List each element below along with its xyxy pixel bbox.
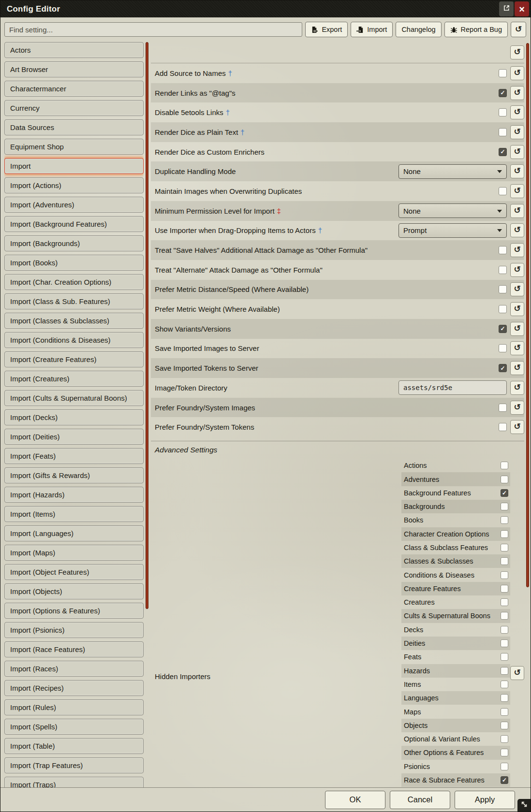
reset-all-button[interactable]: ↺ — [511, 22, 526, 37]
setting-reset-button[interactable]: ↺ — [510, 302, 524, 316]
apply-button[interactable]: Apply — [455, 791, 515, 809]
ok-button[interactable]: OK — [325, 791, 385, 809]
checkbox[interactable] — [499, 404, 507, 412]
checkbox[interactable]: ✓ — [501, 489, 508, 497]
sidebar-item-import-backgrounds[interactable]: Import (Backgrounds) — [4, 235, 144, 251]
checkbox[interactable] — [501, 626, 508, 634]
resize-handle[interactable] — [517, 799, 531, 812]
checkbox[interactable] — [501, 503, 508, 510]
sidebar-item-import-traps[interactable]: Import (Traps) — [4, 777, 144, 787]
setting-text-input[interactable]: assets/srd5e — [398, 380, 507, 395]
checkbox[interactable] — [501, 708, 508, 716]
sidebar-item-import-class-sub-features[interactable]: Import (Class & Sub. Features) — [4, 293, 144, 309]
sidebar-item-charactermancer[interactable]: Charactermancer — [4, 81, 144, 97]
checkbox[interactable] — [501, 585, 508, 593]
sidebar-item-import-psionics[interactable]: Import (Psionics) — [4, 622, 144, 638]
checkbox[interactable] — [499, 266, 507, 274]
setting-select[interactable]: None — [398, 203, 507, 218]
checkbox[interactable] — [501, 735, 508, 743]
checkbox[interactable] — [501, 639, 508, 647]
checkbox[interactable] — [499, 305, 507, 313]
setting-reset-button[interactable]: ↺ — [510, 401, 524, 415]
setting-reset-button[interactable]: ↺ — [510, 361, 524, 375]
sidebar-item-import-background-features[interactable]: Import (Background Features) — [4, 216, 144, 232]
sidebar-item-import-feats[interactable]: Import (Feats) — [4, 448, 144, 464]
sidebar-item-data-sources[interactable]: Data Sources — [4, 119, 144, 135]
sidebar-item-import-adventures[interactable]: Import (Adventures) — [4, 197, 144, 213]
checkbox[interactable] — [501, 571, 508, 579]
setting-reset-button[interactable]: ↺ — [510, 125, 524, 139]
sidebar-item-import-languages[interactable]: Import (Languages) — [4, 525, 144, 541]
setting-reset-button[interactable]: ↺ — [510, 86, 524, 100]
sidebar-item-currency[interactable]: Currency — [4, 100, 144, 116]
sidebar-item-import-race-features[interactable]: Import (Race Features) — [4, 641, 144, 657]
setting-reset-button[interactable]: ↺ — [510, 184, 524, 198]
sidebar-item-import-decks[interactable]: Import (Decks) — [4, 409, 144, 425]
sidebar-item-import-gifts-rewards[interactable]: Import (Gifts & Rewards) — [4, 467, 144, 483]
setting-reset-button[interactable]: ↺ — [510, 282, 524, 296]
main-scrollbar-thumb[interactable] — [526, 43, 529, 587]
search-input[interactable] — [4, 22, 302, 37]
checkbox[interactable] — [501, 749, 508, 756]
close-button[interactable]: × — [515, 1, 529, 16]
sidebar-item-import-conditions-diseases[interactable]: Import (Conditions & Diseases) — [4, 332, 144, 348]
checkbox[interactable] — [501, 694, 508, 702]
sidebar-item-import-options-features[interactable]: Import (Options & Features) — [4, 603, 144, 619]
sidebar-scrollbar-thumb[interactable] — [146, 42, 148, 609]
section-reset-button[interactable]: ↺ — [510, 45, 524, 59]
sidebar-item-art-browser[interactable]: Art Browser — [4, 61, 144, 77]
checkbox[interactable] — [499, 246, 507, 254]
setting-reset-button[interactable]: ↺ — [510, 243, 524, 257]
sidebar-item-import-actions[interactable]: Import (Actions) — [4, 177, 144, 193]
sidebar-item-import-classes-subclasses[interactable]: Import (Classes & Subclasses) — [4, 313, 144, 329]
checkbox[interactable] — [499, 108, 507, 116]
checkbox[interactable] — [501, 681, 508, 688]
cancel-button[interactable]: Cancel — [390, 791, 450, 809]
sidebar-item-import-cults-supernatural-boons[interactable]: Import (Cults & Supernatural Boons) — [4, 390, 144, 406]
sidebar-item-import[interactable]: Import — [4, 158, 144, 174]
sidebar-item-import-objects[interactable]: Import (Objects) — [4, 583, 144, 599]
setting-reset-button[interactable]: ↺ — [510, 145, 524, 159]
checkbox[interactable] — [501, 653, 508, 661]
export-button[interactable]: Export — [305, 22, 348, 37]
sidebar-item-import-hazards[interactable]: Import (Hazards) — [4, 487, 144, 503]
sidebar-item-import-deities[interactable]: Import (Deities) — [4, 429, 144, 445]
checkbox[interactable] — [499, 423, 507, 431]
checkbox[interactable] — [501, 544, 508, 551]
checkbox[interactable]: ✓ — [499, 148, 507, 156]
sidebar-item-import-races[interactable]: Import (Races) — [4, 661, 144, 677]
setting-reset-button[interactable]: ↺ — [510, 223, 524, 237]
setting-reset-button[interactable]: ↺ — [510, 66, 524, 80]
checkbox[interactable] — [501, 763, 508, 770]
checkbox[interactable]: ✓ — [501, 776, 508, 784]
checkbox[interactable] — [499, 344, 507, 352]
setting-reset-button[interactable]: ↺ — [510, 322, 524, 336]
report-a-bug-button[interactable]: Report a Bug — [444, 22, 508, 37]
popout-button[interactable] — [499, 1, 514, 16]
checkbox[interactable] — [501, 476, 508, 483]
checkbox[interactable] — [501, 462, 508, 469]
checkbox[interactable] — [501, 516, 508, 524]
checkbox[interactable] — [501, 598, 508, 606]
setting-select[interactable]: None — [398, 164, 507, 179]
changelog-button[interactable]: Changelog — [396, 22, 441, 37]
setting-reset-button[interactable]: ↺ — [510, 105, 524, 119]
hidden-importers-reset-button[interactable]: ↺ — [510, 666, 524, 680]
checkbox[interactable] — [501, 612, 508, 620]
sidebar-item-import-trap-features[interactable]: Import (Trap Features) — [4, 757, 144, 773]
checkbox[interactable] — [501, 667, 508, 675]
checkbox[interactable]: ✓ — [499, 364, 507, 372]
sidebar-item-import-recipes[interactable]: Import (Recipes) — [4, 680, 144, 696]
checkbox[interactable] — [501, 722, 508, 729]
sidebar-item-import-object-features[interactable]: Import (Object Features) — [4, 564, 144, 580]
import-button[interactable]: Import — [351, 22, 393, 37]
setting-reset-button[interactable]: ↺ — [510, 420, 524, 434]
checkbox[interactable] — [501, 557, 508, 565]
sidebar-item-import-spells[interactable]: Import (Spells) — [4, 719, 144, 735]
checkbox[interactable] — [501, 530, 508, 538]
sidebar-item-import-creatures[interactable]: Import (Creatures) — [4, 371, 144, 387]
checkbox[interactable] — [499, 187, 507, 195]
checkbox[interactable] — [499, 69, 507, 77]
setting-reset-button[interactable]: ↺ — [510, 263, 524, 277]
setting-reset-button[interactable]: ↺ — [510, 381, 524, 395]
